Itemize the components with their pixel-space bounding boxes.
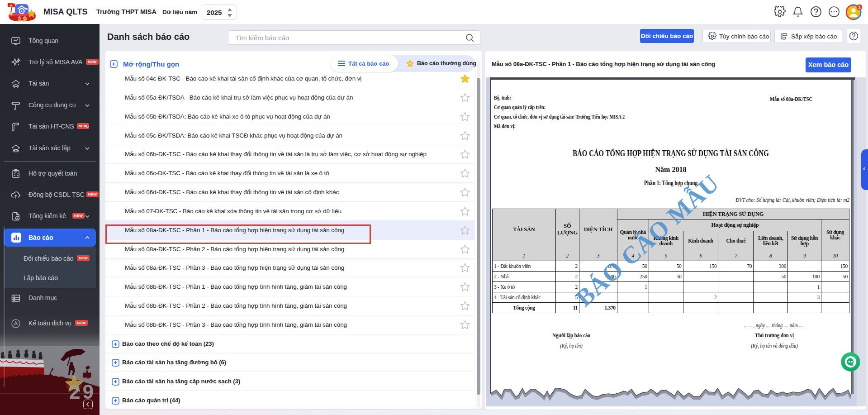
svg-text:29: 29 <box>69 381 96 403</box>
svg-text:2.9: 2.9 <box>18 15 27 23</box>
svg-text:1: 1 <box>858 5 860 10</box>
